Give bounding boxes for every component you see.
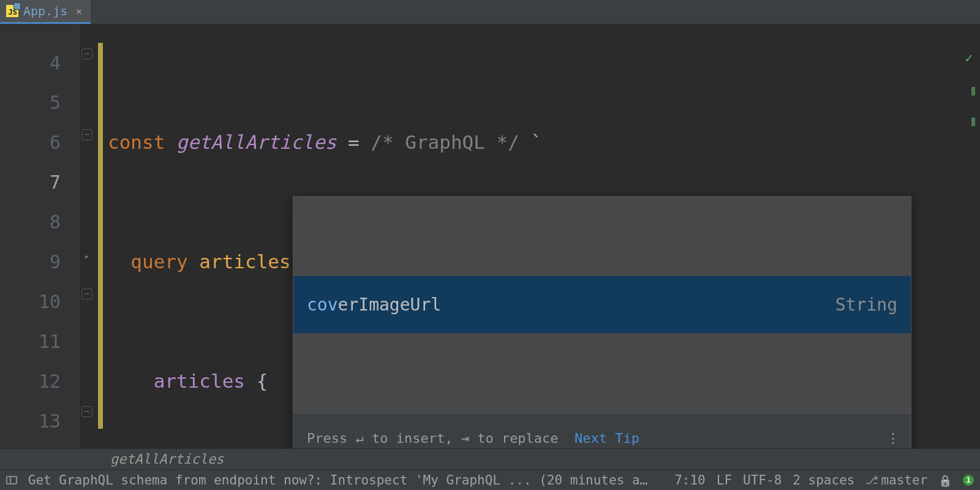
editor-tab-bar: JS App.js ×: [0, 0, 980, 24]
lock-icon[interactable]: [938, 473, 952, 488]
vcs-modified-marker: [98, 43, 103, 429]
fold-toggle-icon[interactable]: [81, 405, 93, 418]
line-number[interactable]: 7: [0, 162, 79, 202]
token-field: articles: [154, 370, 257, 392]
token-keyword: query: [130, 251, 187, 273]
analysis-ok-icon[interactable]: ✓: [965, 50, 973, 66]
line-number[interactable]: 5: [0, 83, 79, 123]
fold-toggle-icon[interactable]: [81, 288, 93, 300]
branch-name: master: [881, 473, 927, 488]
line-number[interactable]: 10: [0, 282, 79, 322]
line-number[interactable]: 6: [0, 123, 79, 162]
notification-badge[interactable]: 1: [963, 475, 974, 486]
caret-position[interactable]: 7:10: [674, 473, 706, 488]
code-completion-popup[interactable]: coverImageUrl String Press ↵ to insert, …: [293, 196, 911, 490]
fold-toggle-icon[interactable]: [81, 129, 93, 141]
line-number[interactable]: 11: [0, 322, 79, 361]
tab-filename: App.js: [23, 4, 67, 18]
line-number[interactable]: 13: [0, 401, 79, 441]
js-file-icon: JS: [6, 5, 18, 17]
completion-hint-shortcuts: Press ↵ to insert, ⇥ to replace: [307, 431, 559, 446]
close-icon[interactable]: ×: [76, 6, 82, 17]
token-operator: =: [336, 131, 371, 153]
git-branch[interactable]: ⎇master: [865, 473, 927, 488]
completion-match: cov: [307, 295, 338, 315]
breadcrumb-bar[interactable]: getAllArticles: [0, 448, 980, 469]
completion-label: coverImageUrl: [307, 285, 441, 325]
line-number-gutter[interactable]: 4 5 6 7 8 9 10 11 12 13: [0, 24, 80, 448]
line-separator[interactable]: LF: [717, 473, 732, 488]
token-backtick: `: [519, 131, 542, 153]
line-number[interactable]: 4: [0, 43, 79, 83]
next-tip-link[interactable]: Next Tip: [575, 431, 639, 446]
fold-toggle-icon[interactable]: [81, 48, 93, 60]
completion-rest: erImageUrl: [338, 295, 442, 315]
indent-settings[interactable]: 2 spaces: [793, 473, 854, 488]
analysis-marker[interactable]: [971, 118, 975, 126]
status-message[interactable]: Get GraphQL schema from endpoint now?: I…: [28, 473, 652, 488]
line-number[interactable]: 12: [0, 361, 79, 401]
completion-type: String: [835, 285, 897, 325]
inspection-strip[interactable]: ✓: [962, 50, 976, 66]
tab-app-js[interactable]: JS App.js ×: [0, 0, 91, 24]
line-number[interactable]: 9: [0, 242, 79, 282]
token-comment: /* GraphQL */: [371, 131, 519, 153]
file-encoding[interactable]: UTF-8: [743, 473, 782, 488]
token-brace: {: [257, 370, 268, 392]
vcs-change-gutter: [98, 24, 103, 448]
status-bar: Get GraphQL schema from endpoint now?: I…: [0, 469, 980, 490]
tool-window-icon[interactable]: [6, 476, 17, 484]
code-content[interactable]: const getAllArticles = /* GraphQL */ ` q…: [103, 24, 980, 448]
token-identifier: getAllArticles: [176, 131, 336, 153]
analysis-marker[interactable]: [971, 87, 975, 96]
breadcrumb-item[interactable]: getAllArticles: [110, 451, 224, 467]
token-keyword: const: [108, 131, 165, 153]
branch-icon: ⎇: [865, 473, 878, 486]
token-identifier: articles: [188, 251, 303, 273]
fold-gutter: [80, 24, 98, 448]
line-number[interactable]: 8: [0, 202, 79, 242]
completion-item[interactable]: coverImageUrl String: [293, 276, 911, 333]
editor-area[interactable]: 4 5 6 7 8 9 10 11 12 13 const getAllArti…: [0, 24, 980, 448]
fold-marker-icon[interactable]: [81, 250, 93, 262]
